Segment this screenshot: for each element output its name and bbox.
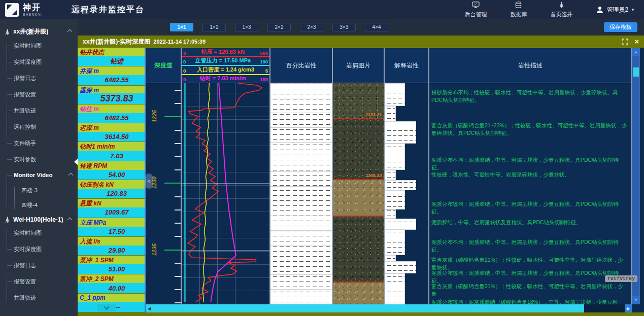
sidebar-item-1-4[interactable]: 井眼轨迹 <box>7 294 78 302</box>
horizontal-scrollbar[interactable]: ◀ ▶ <box>146 304 632 312</box>
curve-name-value: 立管压力 = 17.50 MPa <box>195 57 251 64</box>
grid-layout-button-2x2[interactable]: 2×2 <box>267 23 291 31</box>
grid-layout-button-4x4[interactable]: 4×4 <box>365 23 388 31</box>
sidebar-item-0-4[interactable]: 井眼轨迹 <box>7 107 78 115</box>
depth-tick-label: 1235 <box>151 239 157 260</box>
well-node-0[interactable]: xx井(新井眼) <box>4 27 75 36</box>
photo-depth-line <box>333 216 384 217</box>
curve-legend-1: 0立管压力 = 17.50 MPa100 <box>182 57 269 66</box>
sidebar-item-1-2[interactable]: 报警日志 <box>7 262 78 269</box>
depth-minor-tick <box>175 276 181 277</box>
derrick-icon <box>4 28 11 36</box>
curve-name-value: 入口密度 = 1.24 g/cm3 <box>197 66 254 74</box>
scroll-right-icon[interactable]: ▶ <box>625 304 632 312</box>
cuttings-photo-track: 1131.211135.13 <box>332 83 384 304</box>
sidebar-item-label: 实时参数 <box>14 156 36 163</box>
sidebar-item-0-7[interactable]: 实时参数 <box>7 156 78 163</box>
interp-lithology-segment-0 <box>385 83 405 106</box>
param-value: 120.83 <box>78 189 145 198</box>
sidebar-item-1-1[interactable]: 实时深度图 <box>7 245 78 253</box>
lithology-description-item-6: 泥质分布不均；泥质胶结，中等。岩屑呈块状，少量豆粒状。具PDC钻头切削特征。 <box>431 238 627 254</box>
vertical-scroll-thumb[interactable] <box>633 67 639 77</box>
plot-major-gridline <box>182 183 269 184</box>
sidebar-item-0-2[interactable]: 报警日志 <box>7 75 78 82</box>
depth-track-header: 深度道 <box>146 48 181 83</box>
curve-line <box>203 83 210 302</box>
grid-layout-button-1x3[interactable]: 1×3 <box>235 23 258 31</box>
depth-minor-tick <box>175 90 181 91</box>
curve-line <box>188 83 262 302</box>
collapse-caret-icon[interactable] <box>67 217 73 222</box>
top-nav-item-1[interactable]: 数据库 <box>510 1 527 18</box>
depth-minor-tick <box>175 289 181 290</box>
param-dropdown-button[interactable] <box>97 304 116 311</box>
sidebar-item-0-5[interactable]: 远程控制 <box>7 123 78 131</box>
param-value: 29.80 <box>78 245 145 255</box>
lithology-description-item-2: 泥质分布不均；泥质胶结，中等。岩屑呈块状，少量豆粒状。具PDC钻头切削特征。 <box>431 156 627 171</box>
top-nav-item-2[interactable]: 首页选井 <box>550 1 572 18</box>
app-logo: 神开 SHENKAI <box>0 3 42 17</box>
collapse-caret-icon[interactable] <box>67 29 73 34</box>
param-label: 垂深 m <box>78 86 145 93</box>
plot-major-gridline <box>182 250 269 251</box>
param-row-3: 钻位 m6482.55 <box>78 104 145 123</box>
sidebar-item-0-0[interactable]: 实时时间图 <box>7 42 78 50</box>
param-row-0: 钻井状态钻进 <box>78 48 145 66</box>
photo-depth-line <box>333 282 384 283</box>
sidebar-item-0-6[interactable]: 文件助手 <box>7 139 78 147</box>
lithology-description-item-3: 性较硬，吸水性、可塑性中等。岩屑呈碎块状，少量块状。 <box>431 171 627 179</box>
scroll-left-icon[interactable]: ◀ <box>146 304 153 312</box>
lithology-description-item-1: 富含灰质（碳酸钙含量21~23%）；性较硬，吸水性、可塑性中等。岩屑呈块状，少量… <box>431 122 627 137</box>
collapse-caret-icon[interactable] <box>69 172 74 178</box>
panel-collapse-handle[interactable]: < <box>145 173 153 189</box>
scroll-down-icon[interactable]: ▼ <box>632 296 639 304</box>
window-datetime: 2022-11-14 17:05:39 <box>153 39 206 45</box>
maximize-icon[interactable] <box>622 39 628 45</box>
curve-plot-area[interactable] <box>181 83 270 304</box>
grid-layout-button-1x1[interactable]: 1×1 <box>170 23 193 31</box>
lithology-description-track: 粉砂质分布不均；性较硬，吸水性、可塑性中等。岩屑呈块状，少量碎块状。具PDC钻头… <box>429 83 632 304</box>
layout-toolbar: 1×11×21×32×22×33×34×4 保存模板 <box>78 19 644 36</box>
interp-lithology-segment-2 <box>385 121 416 144</box>
cuttings-photo-header: 岩屑图片 <box>332 48 384 83</box>
param-label: 转速 RPM <box>78 161 145 170</box>
sidebar-item-1-0[interactable]: 实时时间图 <box>7 229 78 237</box>
sidebar-item-1-3[interactable]: 报警设置 <box>7 278 78 286</box>
param-label: 泵冲_1 SPM <box>78 256 145 264</box>
param-row-4: 迟深 m3614.50 <box>78 123 145 142</box>
grid-layout-button-1x2[interactable]: 1×2 <box>202 23 226 31</box>
sidebar-item-0-3[interactable]: 报警设置 <box>7 91 78 98</box>
lithology-description-item-4: 泥质分布较均；泥质胶结，中等。岩屑呈块状，少量豆粒状。具PDC钻头切削特征。 <box>431 200 627 216</box>
curve-legend-3: 0钻时 = 7.03 min/m100 <box>182 75 269 84</box>
interp-lithology-segment-5 <box>385 180 416 190</box>
sidebar-collapse-arrow-icon[interactable] <box>74 158 78 165</box>
depth-tick-label: 1225 <box>151 106 157 126</box>
horizontal-scroll-thumb[interactable] <box>153 304 584 312</box>
save-template-button[interactable]: 保存模板 <box>604 22 637 32</box>
depth-major-tick <box>164 183 181 184</box>
cuttings-photo-section-2 <box>333 179 384 216</box>
curve-min: 0 <box>183 68 186 74</box>
sidebar-video-item-1[interactable]: 四楼-4 <box>15 201 78 209</box>
user-menu[interactable]: 管理员2 ▼ <box>596 6 635 14</box>
interpreted-lithology-header: 解释岩性 <box>384 48 429 83</box>
param-label: C_1 ppm <box>78 294 145 302</box>
param-value: 6482.55 <box>78 113 145 123</box>
close-icon[interactable]: × <box>634 39 639 45</box>
grid-layout-button-2x3[interactable]: 2×3 <box>300 23 323 31</box>
sidebar-group-0-0[interactable]: Monitor Video <box>7 172 78 178</box>
top-nav-item-0[interactable]: 后台管理 <box>464 1 487 18</box>
vertical-scrollbar[interactable]: ▲ ▼ <box>632 48 640 304</box>
sidebar-item-label: 报警设置 <box>14 278 36 286</box>
param-row-13: C_1 ppm--- <box>78 294 145 312</box>
chart-content: 钻井状态钻进井深 m6482.55垂深 m5373.83钻位 m6482.55迟… <box>78 48 644 312</box>
sidebar-item-0-1[interactable]: 实时深度图 <box>7 58 78 66</box>
param-label: 立压 MPa <box>78 218 145 227</box>
sidebar-video-item-0[interactable]: 四楼-3 <box>15 187 78 194</box>
sidebar-item-label: 四楼-4 <box>21 201 38 209</box>
depth-minor-tick <box>175 103 181 104</box>
depth-scale: 122512301235 <box>146 83 181 304</box>
scroll-up-icon[interactable]: ▲ <box>632 48 639 56</box>
grid-layout-button-3x3[interactable]: 3×3 <box>332 23 356 31</box>
well-node-1[interactable]: Wei-H100(Hole-1) <box>4 216 75 223</box>
